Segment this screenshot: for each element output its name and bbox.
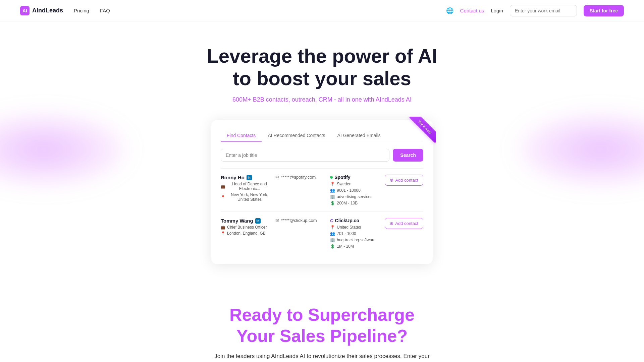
- contact-location-2: 📍 London, England, GB: [221, 231, 272, 236]
- hero-subtitle: 600M+ B2B contacts, outreach, CRM - all …: [7, 96, 637, 103]
- job-title-input[interactable]: [221, 149, 389, 162]
- contact-email-2: ✉ *****@clickup.com: [275, 218, 327, 223]
- contact-location-1: 📍 New York, New York, United States: [221, 192, 272, 202]
- bottom-headline: Ready to Supercharge Your Sales Pipeline…: [7, 304, 637, 346]
- globe-icon[interactable]: 🌐: [446, 7, 453, 14]
- blob-right: [517, 113, 644, 186]
- industry-icon-1: 🏢: [330, 194, 335, 199]
- pricing-link[interactable]: Pricing: [74, 8, 89, 13]
- contact-title-2: 💼 Chief Business Officer: [221, 225, 272, 230]
- search-row: Search: [221, 149, 423, 162]
- company-name-1: Spotify: [330, 175, 381, 180]
- blob-left: [0, 113, 127, 186]
- navbar: AI AIndLeads Pricing FAQ 🌐 Contact us Lo…: [0, 0, 644, 21]
- tabs-row: Find Contacts AI Recommended Contacts AI…: [221, 129, 423, 142]
- email-icon-2: ✉: [275, 218, 279, 223]
- flag-icon-2: 📍: [330, 225, 335, 230]
- logo-text: AIndLeads: [32, 7, 63, 14]
- add-icon-2: ⊕: [390, 221, 393, 226]
- demo-card: Try it now Find Contacts AI Recommended …: [211, 120, 433, 264]
- company-country-2: 📍 United States: [330, 225, 381, 230]
- company-industry-1: 🏢 advertising-services: [330, 194, 381, 199]
- tab-ai-emails[interactable]: AI Generated Emails: [331, 129, 387, 142]
- company-industry-2: 🏢 bug-tracking-software: [330, 238, 381, 242]
- revenue-icon-2: 💲: [330, 244, 335, 249]
- contact-info-2: Tommy Wang in 💼 Chief Business Officer 📍…: [221, 218, 272, 236]
- location-icon-1: 📍: [221, 195, 225, 199]
- faq-link[interactable]: FAQ: [100, 8, 110, 13]
- table-row: Tommy Wang in 💼 Chief Business Officer 📍…: [221, 212, 423, 255]
- hero-headline: Leverage the power of AI to boost your s…: [7, 45, 637, 89]
- nav-right: 🌐 Contact us Login Start for free: [446, 5, 624, 16]
- company-info-1: Spotify 📍 Sweden 👥 9001 - 10000 🏢 advert…: [330, 175, 381, 205]
- hero-section: Leverage the power of AI to boost your s…: [0, 21, 644, 278]
- linkedin-icon-2[interactable]: in: [255, 218, 261, 224]
- search-button[interactable]: Search: [393, 149, 423, 162]
- briefcase-icon-1: 💼: [221, 184, 225, 189]
- logo[interactable]: AI AIndLeads: [20, 6, 63, 15]
- login-link[interactable]: Login: [491, 8, 503, 13]
- linkedin-icon-1[interactable]: in: [247, 175, 252, 180]
- company-logo-2: C: [330, 218, 333, 223]
- contact-name-1: Ronny Ho in: [221, 175, 272, 180]
- email-icon-1: ✉: [275, 175, 279, 180]
- table-row: Ronny Ho in 💼 Head of Dance and Electron…: [221, 168, 423, 212]
- contact-title-1: 💼 Head of Dance and Electronic...: [221, 182, 272, 191]
- company-info-2: C ClickUp.co 📍 United States 👥 701 - 100…: [330, 218, 381, 249]
- tab-find-contacts[interactable]: Find Contacts: [221, 129, 262, 142]
- revenue-icon-1: 💲: [330, 201, 335, 205]
- bottom-section: Ready to Supercharge Your Sales Pipeline…: [0, 278, 644, 362]
- nav-left: AI AIndLeads Pricing FAQ: [20, 6, 110, 15]
- company-revenue-1: 💲 200M - 10B: [330, 201, 381, 205]
- contact-us-link[interactable]: Contact us: [460, 8, 484, 13]
- bottom-subtext: Join the leaders using AIndLeads AI to r…: [205, 353, 439, 360]
- briefcase-icon-2: 💼: [221, 225, 225, 230]
- company-revenue-2: 💲 1M - 10M: [330, 244, 381, 249]
- add-icon-1: ⊕: [390, 178, 393, 183]
- try-ribbon: Try it now: [406, 117, 436, 147]
- email-input[interactable]: [510, 5, 577, 16]
- company-country-1: 📍 Sweden: [330, 182, 381, 186]
- contact-info-1: Ronny Ho in 💼 Head of Dance and Electron…: [221, 175, 272, 202]
- people-icon-2: 👥: [330, 231, 335, 236]
- logo-icon: AI: [20, 6, 30, 15]
- flag-icon-1: 📍: [330, 182, 335, 186]
- add-contact-button-1[interactable]: ⊕ Add contact: [385, 175, 423, 186]
- try-ribbon-text: Try it now: [409, 117, 436, 143]
- contact-email-1: ✉ *****@spotify.com: [275, 175, 327, 180]
- location-icon-2: 📍: [221, 231, 225, 236]
- company-name-2: C ClickUp.co: [330, 218, 381, 223]
- people-icon-1: 👥: [330, 188, 335, 193]
- contact-name-2: Tommy Wang in: [221, 218, 272, 224]
- company-size-1: 👥 9001 - 10000: [330, 188, 381, 193]
- company-size-2: 👥 701 - 1000: [330, 231, 381, 236]
- industry-icon-2: 🏢: [330, 238, 335, 242]
- start-free-button[interactable]: Start for free: [584, 5, 624, 16]
- green-dot-1: [330, 176, 333, 179]
- tab-ai-recommended[interactable]: AI Recommended Contacts: [262, 129, 331, 142]
- add-contact-button-2[interactable]: ⊕ Add contact: [385, 218, 423, 229]
